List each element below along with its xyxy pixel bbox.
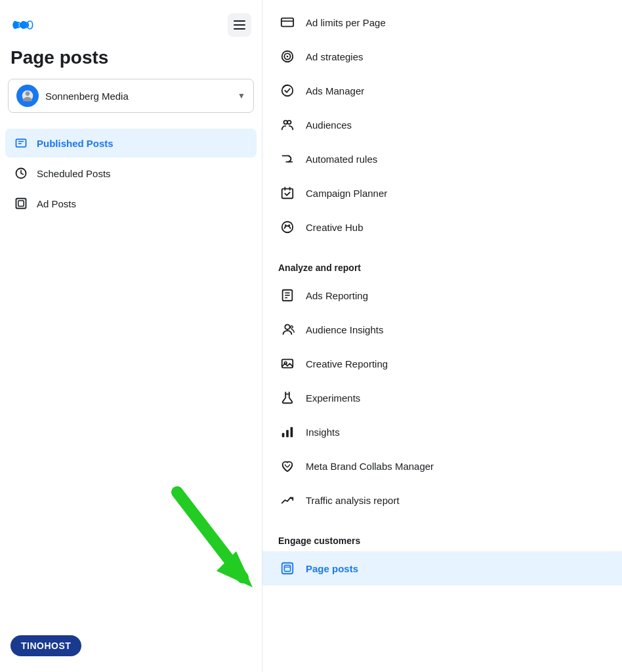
ads-manager-label: Ads Manager — [306, 85, 364, 96]
meta-brand-collabs-label: Meta Brand Collabs Manager — [306, 461, 434, 472]
svg-rect-36 — [291, 427, 293, 438]
arrow-overlay — [157, 486, 262, 593]
account-name: Sonnenberg Media — [45, 91, 231, 102]
traffic-analysis-label: Traffic analysis report — [306, 495, 400, 506]
ad-limits-icon — [278, 13, 297, 32]
menu-item-meta-brand-collabs[interactable]: Meta Brand Collabs Manager — [262, 449, 622, 483]
svg-rect-34 — [282, 433, 285, 437]
account-avatar-icon — [21, 89, 34, 102]
svg-rect-35 — [286, 430, 289, 437]
svg-point-18 — [287, 121, 291, 125]
menu-item-insights[interactable]: Insights — [262, 415, 622, 449]
automated-rules-icon — [278, 150, 297, 168]
menu-item-audience-insights[interactable]: Audience Insights — [262, 312, 622, 346]
sidebar-bottom: TINOHOST — [10, 635, 81, 656]
ads-reporting-label: Ads Reporting — [306, 290, 368, 301]
ad-posts-label: Ad Posts — [37, 198, 76, 209]
right-panel: Ad limits per Page Ad strategies Ads Man… — [262, 0, 622, 672]
meta-brand-collabs-icon — [278, 457, 297, 475]
meta-logo-icon — [10, 18, 37, 32]
menu-item-campaign-planner[interactable]: Campaign Planner — [262, 176, 622, 210]
account-selector[interactable]: Sonnenberg Media ▼ — [8, 79, 254, 113]
hamburger-line — [234, 20, 245, 22]
ad-strategies-label: Ad strategies — [306, 51, 363, 62]
svg-point-15 — [287, 56, 289, 58]
left-sidebar: Page posts Sonnenberg Media ▼ Published … — [0, 0, 262, 672]
svg-rect-11 — [281, 18, 293, 27]
engage-section-header: Engage customers — [262, 522, 622, 551]
experiments-label: Experiments — [306, 392, 360, 404]
hamburger-line — [234, 24, 245, 26]
automated-rules-label: Automated rules — [306, 154, 377, 165]
audience-insights-icon — [278, 320, 297, 339]
nav-items: Published Posts Scheduled Posts Ad Posts — [0, 129, 262, 218]
scheduled-posts-icon — [13, 165, 29, 181]
menu-item-audiences[interactable]: Audiences — [262, 108, 622, 142]
menu-item-experiments[interactable]: Experiments — [262, 381, 622, 415]
page-posts-icon — [278, 559, 297, 578]
svg-point-23 — [285, 224, 287, 226]
tino-badge: TINOHOST — [10, 635, 81, 656]
svg-rect-38 — [284, 565, 290, 571]
svg-rect-7 — [16, 199, 26, 209]
creative-hub-icon — [278, 218, 297, 236]
campaign-planner-icon — [278, 184, 297, 202]
nav-item-published-posts[interactable]: Published Posts — [5, 129, 257, 158]
dropdown-arrow-icon: ▼ — [238, 91, 245, 100]
ad-limits-label: Ad limits per Page — [306, 17, 386, 28]
nav-item-scheduled-posts[interactable]: Scheduled Posts — [5, 159, 257, 188]
nav-item-ad-posts[interactable]: Ad Posts — [5, 189, 257, 218]
menu-item-automated-rules[interactable]: Automated rules — [262, 142, 622, 176]
svg-marker-10 — [217, 551, 253, 587]
campaign-planner-label: Campaign Planner — [306, 188, 387, 199]
creative-reporting-icon — [278, 354, 297, 373]
creative-hub-label: Creative Hub — [306, 222, 363, 233]
traffic-analysis-icon — [278, 491, 297, 509]
published-posts-label: Published Posts — [37, 138, 114, 149]
svg-rect-8 — [18, 201, 24, 206]
menu-item-traffic-analysis[interactable]: Traffic analysis report — [262, 483, 622, 517]
menu-item-creative-hub[interactable]: Creative Hub — [262, 210, 622, 244]
insights-icon — [278, 423, 297, 441]
menu-item-ad-strategies[interactable]: Ad strategies — [262, 39, 622, 74]
tino-badge-text: TINOHOST — [21, 640, 71, 651]
hamburger-button[interactable] — [228, 13, 251, 37]
published-posts-icon — [13, 135, 29, 151]
meta-header — [0, 0, 262, 45]
svg-point-30 — [291, 326, 293, 329]
svg-rect-37 — [282, 563, 293, 574]
creative-reporting-label: Creative Reporting — [306, 358, 388, 369]
ad-strategies-icon — [278, 47, 297, 66]
svg-point-24 — [288, 224, 290, 226]
scheduled-posts-label: Scheduled Posts — [37, 168, 111, 179]
menu-item-page-posts[interactable]: Page posts — [262, 551, 622, 585]
menu-item-ads-manager[interactable]: Ads Manager — [262, 74, 622, 108]
svg-point-29 — [285, 325, 289, 329]
menu-item-creative-reporting[interactable]: Creative Reporting — [262, 346, 622, 381]
ad-posts-icon — [13, 196, 29, 211]
audiences-icon — [278, 116, 297, 134]
ads-reporting-icon — [278, 286, 297, 304]
insights-label: Insights — [306, 427, 340, 438]
svg-rect-19 — [282, 189, 293, 199]
audience-insights-label: Audience Insights — [306, 324, 383, 335]
ads-manager-icon — [278, 81, 297, 100]
experiments-icon — [278, 388, 297, 407]
green-arrow-icon — [157, 486, 262, 591]
meta-logo — [10, 18, 37, 32]
audiences-label: Audiences — [306, 119, 352, 131]
page-title: Page posts — [0, 45, 262, 79]
menu-item-ads-reporting[interactable]: Ads Reporting — [262, 278, 622, 312]
page-posts-label: Page posts — [306, 563, 358, 574]
menu-item-ad-limits[interactable]: Ad limits per Page — [262, 5, 622, 39]
analyze-section-header: Analyze and report — [262, 249, 622, 278]
svg-point-22 — [282, 222, 293, 233]
hamburger-line — [234, 28, 245, 30]
account-avatar — [16, 85, 39, 107]
svg-line-9 — [177, 492, 243, 578]
